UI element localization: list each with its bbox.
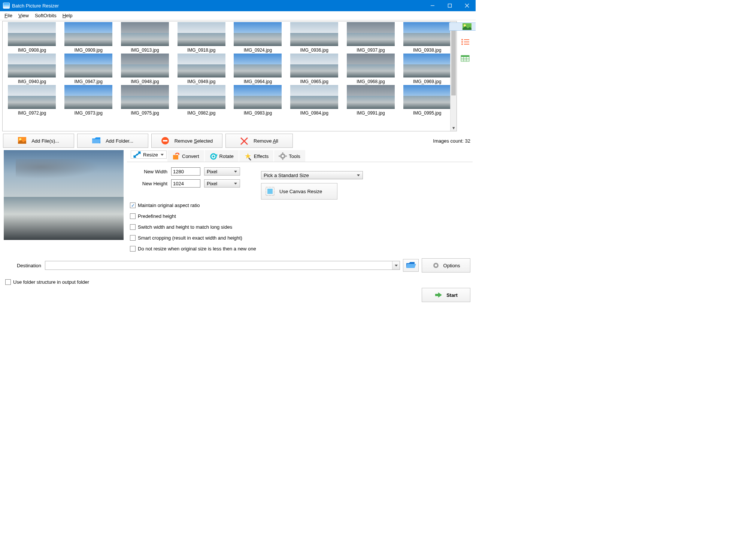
thumbnail-item[interactable]: IMG_0983.jpg	[230, 85, 286, 116]
tab-tools[interactable]: Tools	[274, 150, 305, 162]
thumbnail-item[interactable]: IMG_0984.jpg	[286, 85, 342, 116]
svg-rect-21	[163, 140, 167, 141]
thumbnail-item[interactable]: IMG_0938.jpg	[399, 22, 455, 53]
menu-file[interactable]: File	[1, 12, 15, 19]
thumbnail-caption: IMG_0924.jpg	[244, 48, 272, 53]
thumbnail-caption: IMG_0968.jpg	[357, 79, 385, 84]
thumbnail-item[interactable]: IMG_0937.jpg	[343, 22, 399, 53]
thumbnail-item[interactable]: IMG_0982.jpg	[173, 85, 229, 116]
thumbnail-image	[234, 22, 282, 46]
thumbnail-item[interactable]: IMG_0908.jpg	[4, 22, 60, 53]
svg-rect-30	[279, 156, 280, 157]
thumbnail-item[interactable]: IMG_0973.jpg	[61, 85, 116, 116]
new-width-label: New Width	[130, 169, 167, 174]
standard-size-select[interactable]: Pick a Standard Size	[261, 171, 363, 179]
thumbnail-item[interactable]: IMG_0940.jpg	[4, 54, 60, 84]
thumbnail-caption: IMG_0973.jpg	[74, 110, 102, 116]
thumbnail-item[interactable]: IMG_0949.jpg	[173, 54, 229, 84]
thumbnail-item[interactable]: IMG_0924.jpg	[230, 22, 286, 53]
menu-view[interactable]: View	[15, 12, 32, 19]
thumbnail-caption: IMG_0936.jpg	[300, 48, 328, 53]
app-icon	[3, 3, 10, 9]
chevron-down-icon[interactable]	[392, 261, 400, 270]
view-grid-button[interactable]	[459, 53, 471, 64]
view-list-button[interactable]	[459, 37, 471, 47]
thumbnail-image	[178, 54, 225, 77]
thumbnail-item[interactable]: IMG_0968.jpg	[343, 54, 399, 84]
svg-rect-29	[282, 158, 283, 160]
maintain-ratio-row[interactable]: Maintain original aspect ratio	[130, 203, 470, 208]
remove-selected-button[interactable]: Remove Selected	[151, 134, 222, 148]
smart-crop-row[interactable]: Smart cropping (result in exact width an…	[130, 235, 470, 241]
thumbnail-image	[347, 54, 395, 77]
width-input[interactable]	[171, 167, 200, 176]
tab-rotate[interactable]: Rotate	[205, 150, 239, 162]
thumbnail-item[interactable]: IMG_0936.jpg	[286, 22, 342, 53]
gear-icon	[432, 262, 440, 269]
menu-softorbits[interactable]: SoftOrbits	[32, 12, 60, 19]
thumbnail-item[interactable]: IMG_0948.jpg	[117, 54, 173, 84]
play-icon	[434, 292, 443, 298]
thumbnail-item[interactable]: IMG_0918.jpg	[173, 22, 229, 53]
thumbnail-item[interactable]: IMG_0975.jpg	[117, 85, 173, 116]
svg-rect-22	[173, 155, 178, 159]
scroll-thumb[interactable]	[451, 28, 456, 95]
thumbnail-image	[403, 54, 451, 77]
add-files-button[interactable]: Add File(s)...	[3, 134, 74, 148]
options-button[interactable]: Options	[422, 258, 470, 273]
thumbnail-image	[64, 85, 112, 109]
thumbnail-item[interactable]: IMG_0913.jpg	[117, 22, 173, 53]
thumbnail-image	[121, 85, 169, 109]
close-button[interactable]	[458, 0, 476, 11]
minimize-button[interactable]	[424, 0, 441, 11]
canvas-resize-button[interactable]: Use Canvas Resize	[261, 183, 337, 200]
browse-folder-button[interactable]	[403, 259, 419, 272]
thumbnail-item[interactable]: IMG_0972.jpg	[4, 85, 60, 116]
height-unit-select[interactable]: Pixel	[204, 179, 240, 188]
thumbnail-caption: IMG_0938.jpg	[413, 48, 441, 53]
smart-crop-checkbox[interactable]	[130, 235, 136, 241]
thumbnail-image	[64, 54, 112, 77]
start-button[interactable]: Start	[422, 288, 470, 302]
tab-resize[interactable]: Resize	[131, 150, 167, 159]
predefined-height-checkbox[interactable]	[130, 213, 136, 219]
remove-all-button[interactable]: Remove All	[225, 134, 293, 148]
height-input[interactable]	[171, 179, 200, 188]
tab-strip: Resize Convert Rotate Effects Tools	[127, 150, 473, 162]
switch-wh-row[interactable]: Switch width and height to match long si…	[130, 224, 470, 230]
destination-row: Destination Options	[0, 255, 476, 275]
maximize-button[interactable]	[441, 0, 458, 11]
convert-icon	[172, 153, 180, 159]
menu-bar: File View SoftOrbits Help	[0, 11, 476, 20]
svg-point-6	[461, 39, 463, 40]
menu-help[interactable]: Help	[60, 12, 76, 19]
scroll-down-icon[interactable]: ▾	[451, 125, 457, 131]
maintain-ratio-checkbox[interactable]	[130, 203, 136, 208]
thumbnail-item[interactable]: IMG_0995.jpg	[399, 85, 455, 116]
no-enlarge-row[interactable]: Do not resize when original size is less…	[130, 246, 470, 252]
width-unit-select[interactable]: Pixel	[204, 167, 240, 176]
folder-structure-checkbox[interactable]	[5, 279, 11, 285]
tab-convert[interactable]: Convert	[167, 150, 204, 162]
thumbnail-panel: IMG_0908.jpgIMG_0909.jpgIMG_0913.jpgIMG_…	[2, 21, 457, 131]
thumbnail-item[interactable]: IMG_0991.jpg	[343, 85, 399, 116]
destination-combo[interactable]	[45, 261, 400, 270]
thumbnail-caption: IMG_0949.jpg	[187, 79, 215, 84]
thumbnail-image	[347, 22, 395, 46]
no-enlarge-checkbox[interactable]	[130, 246, 136, 252]
predefined-height-row[interactable]: Predefined height	[130, 213, 470, 219]
svg-point-8	[461, 41, 463, 43]
scrollbar[interactable]: ▴ ▾	[450, 21, 457, 131]
folder-structure-row[interactable]: Use folder structure in output folder	[0, 275, 476, 286]
start-row: Start	[0, 286, 476, 306]
thumbnail-caption: IMG_0972.jpg	[18, 110, 46, 116]
thumbnail-item[interactable]: IMG_0947.jpg	[61, 54, 116, 84]
thumbnail-item[interactable]: IMG_0965.jpg	[286, 54, 342, 84]
thumbnail-item[interactable]: IMG_0964.jpg	[230, 54, 286, 84]
view-thumbnails-button[interactable]	[449, 22, 476, 31]
tab-effects[interactable]: Effects	[239, 150, 274, 162]
thumbnail-item[interactable]: IMG_0909.jpg	[61, 22, 116, 53]
switch-wh-checkbox[interactable]	[130, 224, 136, 230]
thumbnail-item[interactable]: IMG_0969.jpg	[399, 54, 455, 84]
add-folder-button[interactable]: Add Folder...	[77, 134, 148, 148]
